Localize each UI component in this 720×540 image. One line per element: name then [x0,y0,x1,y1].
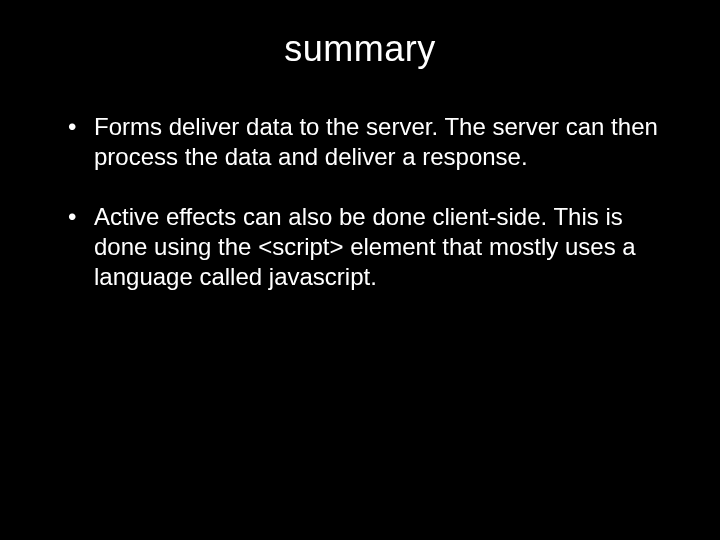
bullet-list: Forms deliver data to the server. The se… [40,112,680,292]
slide: summary Forms deliver data to the server… [0,0,720,540]
list-item: Forms deliver data to the server. The se… [68,112,680,172]
list-item: Active effects can also be done client-s… [68,202,680,292]
slide-title: summary [40,28,680,70]
